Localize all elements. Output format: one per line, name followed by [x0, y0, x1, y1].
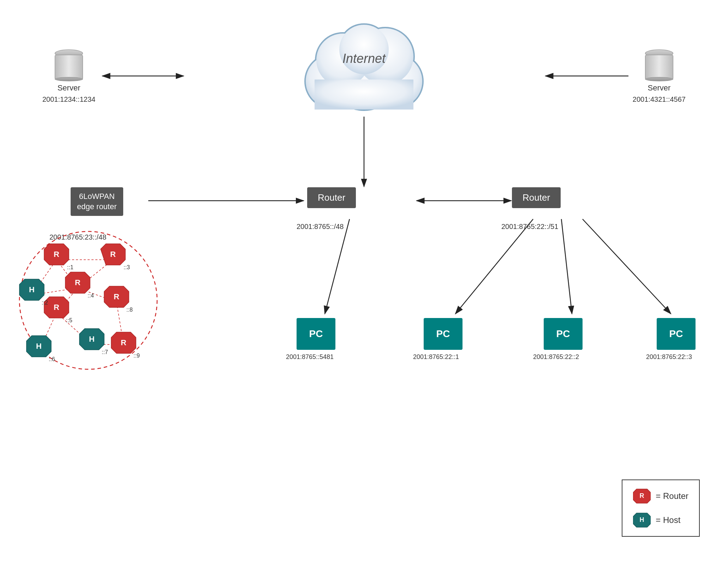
svg-text:R: R [114, 292, 119, 301]
server-left: Server 2001:1234::1234 [42, 49, 95, 104]
legend-box: R = Router H = Host [622, 479, 700, 537]
svg-text:H: H [36, 342, 42, 351]
svg-text:R: R [54, 303, 59, 312]
pc-3: PC [544, 318, 583, 350]
server-right-label: Server [648, 83, 671, 93]
pc-2: PC [424, 318, 463, 350]
pc-2-addr: 2001:8765:22::1 [413, 353, 459, 361]
svg-text:::4: ::4 [88, 293, 94, 299]
svg-text:H: H [29, 285, 35, 294]
svg-text:::5: ::5 [66, 317, 72, 323]
svg-text:R: R [75, 278, 80, 287]
pc-4-addr: 2001:8765:22::3 [646, 353, 692, 361]
svg-line-10 [583, 219, 671, 314]
server-right: Server 2001:4321::4567 [633, 49, 686, 104]
svg-text:R: R [54, 250, 59, 259]
svg-text:R: R [121, 338, 126, 347]
svg-text:R: R [640, 492, 644, 499]
legend-router: R = Router [633, 487, 688, 505]
pc-1-addr: 2001:8765::5481 [286, 353, 334, 361]
svg-line-9 [561, 219, 572, 314]
svg-text:::6: ::6 [49, 356, 55, 362]
legend-host-label: = Host [656, 515, 680, 525]
server-left-label: Server [58, 83, 80, 93]
center-router-addr: 2001:8765::/48 [297, 223, 344, 231]
legend-router-label: = Router [656, 491, 688, 501]
svg-text:H: H [640, 516, 644, 523]
edge-router-box: 6LoWPANedge router [71, 187, 123, 216]
svg-text:::1: ::1 [67, 264, 73, 270]
svg-line-8 [455, 219, 533, 314]
server-left-icon [55, 49, 83, 81]
svg-text:::3: ::3 [124, 264, 130, 270]
pc-1: PC [297, 318, 335, 350]
pc-4: PC [657, 318, 696, 350]
svg-rect-23 [315, 80, 413, 110]
svg-text:::7: ::7 [102, 349, 108, 355]
svg-line-7 [325, 219, 350, 314]
server-right-addr: 2001:4321::4567 [633, 95, 686, 104]
svg-point-22 [339, 25, 389, 74]
server-left-addr: 2001:1234::1234 [42, 95, 95, 104]
center-router-box: Router [307, 187, 356, 208]
legend-host: H = Host [633, 511, 688, 529]
svg-text:R: R [110, 250, 116, 259]
lowpan-network: R ::1 R ::3 R ::4 R ::5 R ::8 R ::9 H ::… [11, 219, 166, 375]
right-router-box: Router [512, 187, 561, 208]
svg-text:::2: ::2 [42, 300, 48, 306]
svg-text:::8: ::8 [126, 307, 133, 313]
pc-3-addr: 2001:8765:22::2 [533, 353, 579, 361]
internet-label: Internet [342, 51, 386, 66]
svg-text:H: H [89, 335, 95, 343]
right-router-addr: 2001:8765:22::/51 [501, 223, 558, 231]
server-right-icon [645, 49, 673, 81]
svg-text:::9: ::9 [133, 353, 140, 359]
